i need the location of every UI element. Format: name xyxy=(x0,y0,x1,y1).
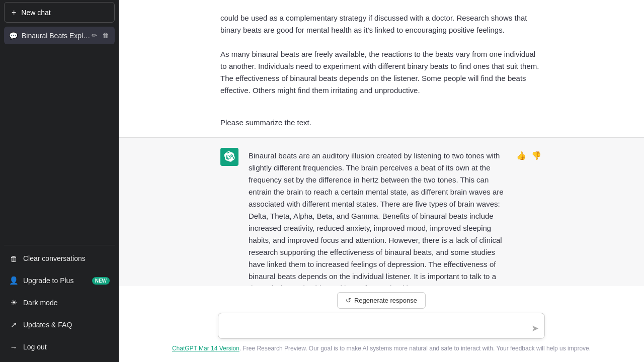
conversation-list: 💬 Binaural Beats Explained ✏ 🗑 xyxy=(0,25,119,241)
chatgpt-version-link[interactable]: ChatGPT Mar 14 Version xyxy=(172,345,239,352)
new-chat-button[interactable]: + New chat xyxy=(4,2,115,23)
clear-conversations-button[interactable]: 🗑 Clear conversations xyxy=(4,247,115,269)
refresh-icon: ↺ xyxy=(346,297,351,304)
chat-input-wrapper: ➤ xyxy=(218,313,545,341)
user-summarize-inner: Please summarize the text. xyxy=(200,115,562,129)
assistant-message-group: Binaural beats are an auditory illusion … xyxy=(119,137,644,286)
edit-conversation-button[interactable]: ✏ xyxy=(91,31,98,40)
upgrade-to-plus-button[interactable]: 👤 Upgrade to Plus NEW xyxy=(4,269,115,292)
conv-left: 💬 Binaural Beats Explained xyxy=(9,32,91,40)
user-summarize-text: Please summarize the text. xyxy=(220,117,542,129)
new-chat-label: New chat xyxy=(21,9,50,17)
clear-conversations-label: Clear conversations xyxy=(23,254,86,262)
log-out-button[interactable]: → Log out xyxy=(4,336,115,358)
delete-conversation-button[interactable]: 🗑 xyxy=(101,31,110,40)
user-message-inner: could be used as a complementary strateg… xyxy=(200,10,562,97)
user-message-content: could be used as a complementary strateg… xyxy=(220,10,542,97)
sidebar: + New chat 💬 Binaural Beats Explained ✏ … xyxy=(0,0,119,362)
thumbs-up-button[interactable]: 👍 xyxy=(515,150,527,161)
main-content: could be used as a complementary strateg… xyxy=(119,0,644,362)
trash-icon: 🗑 xyxy=(9,254,18,263)
assistant-avatar xyxy=(220,148,238,166)
send-button[interactable]: ➤ xyxy=(530,322,540,335)
regenerate-response-button[interactable]: ↺ Regenerate response xyxy=(337,292,426,309)
input-area: ↺ Regenerate response ➤ ChatGPT Mar 14 V… xyxy=(119,286,644,362)
assistant-message-content: Binaural beats are an auditory illusion … xyxy=(249,148,505,286)
conversation-title: Binaural Beats Explained xyxy=(22,32,91,40)
user-message-group: could be used as a complementary strateg… xyxy=(119,0,644,107)
chatgpt-logo-icon xyxy=(224,151,235,162)
conv-actions: ✏ 🗑 xyxy=(91,31,110,40)
updates-faq-button[interactable]: ↗ Updates & FAQ xyxy=(4,314,115,336)
user-summarize-content: Please summarize the text. xyxy=(220,115,542,129)
sidebar-bottom: 🗑 Clear conversations 👤 Upgrade to Plus … xyxy=(0,241,119,362)
thumbs-down-button[interactable]: 👎 xyxy=(530,150,542,161)
assistant-message-text: Binaural beats are an auditory illusion … xyxy=(249,150,505,286)
user-icon: 👤 xyxy=(9,276,18,285)
chat-icon: 💬 xyxy=(9,32,18,40)
send-icon: ➤ xyxy=(531,323,539,333)
conversation-item[interactable]: 💬 Binaural Beats Explained ✏ 🗑 xyxy=(4,27,115,44)
assistant-message-inner: Binaural beats are an auditory illusion … xyxy=(200,148,562,286)
sidebar-divider xyxy=(4,245,115,245)
footer-rest: . Free Research Preview. Our goal is to … xyxy=(239,345,591,352)
plus-icon: + xyxy=(12,8,16,17)
chat-input[interactable] xyxy=(218,313,545,339)
regenerate-label: Regenerate response xyxy=(354,297,417,304)
upgrade-label: Upgrade to Plus xyxy=(23,277,73,285)
sun-icon: ☀ xyxy=(9,298,18,307)
user-summarize-group: Please summarize the text. xyxy=(119,107,644,137)
updates-faq-label: Updates & FAQ xyxy=(23,321,72,329)
dark-mode-button[interactable]: ☀ Dark mode xyxy=(4,292,115,314)
logout-icon: → xyxy=(9,343,18,351)
new-badge: NEW xyxy=(92,277,110,285)
user-message-text-above: could be used as a complementary strateg… xyxy=(220,12,542,97)
footer-text: ChatGPT Mar 14 Version. Free Research Pr… xyxy=(172,345,591,352)
log-out-label: Log out xyxy=(23,343,47,351)
message-actions: 👍 👎 xyxy=(515,148,542,286)
external-link-icon: ↗ xyxy=(9,320,18,329)
dark-mode-label: Dark mode xyxy=(23,299,57,307)
chat-area: could be used as a complementary strateg… xyxy=(119,0,644,286)
